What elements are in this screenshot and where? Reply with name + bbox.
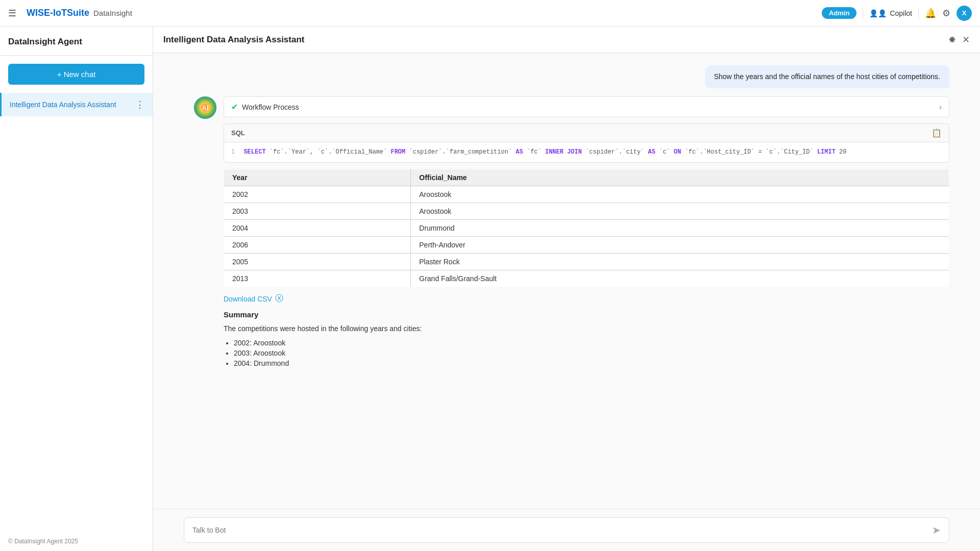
topnav: ☰ WISE-IoTSuite DataInsight Admin 👤👤 Cop…	[0, 0, 980, 27]
new-chat-button[interactable]: + New chat	[8, 64, 144, 85]
copilot-label: Copilot	[890, 9, 912, 17]
workflow-chevron-icon: ›	[939, 103, 942, 112]
col-official-name: Official_Name	[411, 169, 949, 186]
ai-avatar-icon: AI	[194, 96, 216, 119]
nav-divider-2	[918, 7, 919, 19]
sql-select-keyword: SELECT	[243, 148, 265, 156]
ai-avatar: AI	[194, 96, 216, 119]
summary-title: Summary	[224, 310, 949, 319]
sidebar-title: DataInsight Agent	[8, 37, 82, 46]
sql-label: SQL	[231, 129, 245, 137]
summary-list-item: 2002: Aroostook	[234, 339, 949, 347]
sql-join-keyword: INNER JOIN	[545, 148, 582, 156]
summary-list-item: 2004: Drummond	[234, 359, 949, 367]
table-cell: 2005	[224, 254, 411, 270]
table-cell: Grand Falls/Grand-Sault	[411, 270, 949, 287]
sql-alias1: `fc`	[527, 148, 545, 156]
workflow-bar-left: ✔ Workflow Process	[231, 102, 299, 112]
input-box: ➤	[184, 517, 949, 543]
main-content: Intelligent Data Analysis Assistant ✸ ✕ …	[153, 27, 980, 551]
admin-badge[interactable]: Admin	[822, 7, 856, 19]
notification-icon[interactable]: 🔔	[925, 8, 936, 19]
download-icon: ⓧ	[275, 293, 283, 304]
workflow-bar-label: Workflow Process	[242, 103, 299, 111]
sidebar-chat-label: Intelligent Data Analysis Assistant	[10, 101, 135, 109]
sql-join-table: `cspider`.`city`	[585, 148, 648, 156]
table-row: 2003Aroostook	[224, 203, 949, 220]
sql-on-keyword: ON	[674, 148, 681, 156]
sql-header: SQL 📋	[224, 124, 949, 142]
summary-section: Summary The competitions were hosted in …	[224, 310, 949, 367]
table-cell: Plaster Rock	[411, 254, 949, 270]
data-table: Year Official_Name 2002Aroostook2003Aroo…	[224, 169, 949, 287]
table-row: 2005Plaster Rock	[224, 254, 949, 270]
sql-columns: `fc`.`Year`, `c`.`Official_Name`	[270, 148, 391, 156]
sql-limit-value: 20	[839, 148, 846, 156]
sidebar-more-icon[interactable]: ⋮	[135, 99, 144, 110]
workflow-check-icon: ✔	[231, 102, 238, 112]
summary-list: 2002: Aroostook2003: Aroostook2004: Drum…	[224, 339, 949, 367]
sql-alias2: `c`	[659, 148, 674, 156]
sql-from-keyword: FROM	[390, 148, 405, 156]
download-csv-label: Download CSV	[224, 295, 272, 303]
settings-icon[interactable]: ⚙	[942, 8, 950, 19]
close-icon[interactable]: ✕	[962, 34, 970, 45]
summary-intro: The competitions were hosted in the foll…	[224, 323, 949, 334]
ai-message-row: AI ✔ Workflow Process ›	[194, 96, 949, 367]
table-cell: 2006	[224, 237, 411, 254]
send-button[interactable]: ➤	[932, 524, 941, 536]
sql-on-condition: `fc`.`Host_city_ID` = `c`.`City_ID`	[685, 148, 817, 156]
svg-text:AI: AI	[202, 104, 209, 112]
table-cell: Aroostook	[411, 203, 949, 220]
main-layout: DataInsight Agent + New chat Intelligent…	[0, 27, 980, 551]
nav-divider-1	[863, 7, 863, 19]
table-cell: 2002	[224, 186, 411, 203]
expand-icon[interactable]: ✸	[948, 34, 956, 45]
ai-content: ✔ Workflow Process › SQL 📋 1 SE	[224, 96, 949, 367]
sidebar-footer: © DataInsight Agent 2025	[0, 532, 153, 551]
logo-text: WISE-IoTSuite	[27, 8, 89, 18]
input-area: ➤	[153, 509, 980, 551]
col-year: Year	[224, 169, 411, 186]
table-cell: 2013	[224, 270, 411, 287]
sql-copy-button[interactable]: 📋	[932, 128, 942, 138]
table-cell: Drummond	[411, 220, 949, 237]
sidebar-chat-item[interactable]: Intelligent Data Analysis Assistant ⋮	[0, 93, 153, 116]
sql-from-table: `cspider`.`farm_competition`	[409, 148, 516, 156]
user-message: Show the years and the official names of…	[705, 65, 949, 88]
table-body: 2002Aroostook2003Aroostook2004Drummond20…	[224, 186, 949, 287]
chat-area: Show the years and the official names of…	[153, 53, 980, 509]
table-row: 2002Aroostook	[224, 186, 949, 203]
workflow-bar[interactable]: ✔ Workflow Process ›	[224, 96, 949, 117]
table-row: 2004Drummond	[224, 220, 949, 237]
sql-as1-keyword: AS	[516, 148, 523, 156]
copilot-button[interactable]: 👤👤 Copilot	[869, 9, 912, 17]
sql-line-number: 1	[231, 148, 235, 156]
avatar[interactable]: X	[957, 6, 972, 21]
sql-limit-keyword: LIMIT	[817, 148, 836, 156]
sql-code: 1 SELECT `fc`.`Year`, `c`.`Official_Name…	[224, 142, 949, 162]
content-header-actions: ✸ ✕	[948, 34, 970, 45]
chat-input[interactable]	[192, 526, 927, 534]
hamburger-icon[interactable]: ☰	[8, 8, 16, 19]
sidebar: DataInsight Agent + New chat Intelligent…	[0, 27, 153, 551]
table-header-row: Year Official_Name	[224, 169, 949, 186]
table-cell: Aroostook	[411, 186, 949, 203]
table-row: 2006Perth-Andover	[224, 237, 949, 254]
download-csv-link[interactable]: Download CSV ⓧ	[224, 293, 949, 304]
topnav-logo: WISE-IoTSuite DataInsight	[27, 8, 132, 18]
sql-block: SQL 📋 1 SELECT `fc`.`Year`, `c`.`Officia…	[224, 123, 949, 163]
sidebar-header: DataInsight Agent	[0, 27, 153, 56]
table-cell: Perth-Andover	[411, 237, 949, 254]
content-header-title: Intelligent Data Analysis Assistant	[163, 35, 304, 45]
topnav-right: Admin 👤👤 Copilot 🔔 ⚙ X	[822, 6, 972, 21]
sql-as2-keyword: AS	[648, 148, 655, 156]
content-header: Intelligent Data Analysis Assistant ✸ ✕	[153, 27, 980, 53]
table-cell: 2003	[224, 203, 411, 220]
product-text: DataInsight	[93, 9, 132, 17]
table-row: 2013Grand Falls/Grand-Sault	[224, 270, 949, 287]
table-header: Year Official_Name	[224, 169, 949, 186]
copilot-icon: 👤👤	[869, 9, 887, 17]
table-cell: 2004	[224, 220, 411, 237]
summary-list-item: 2003: Aroostook	[234, 349, 949, 357]
